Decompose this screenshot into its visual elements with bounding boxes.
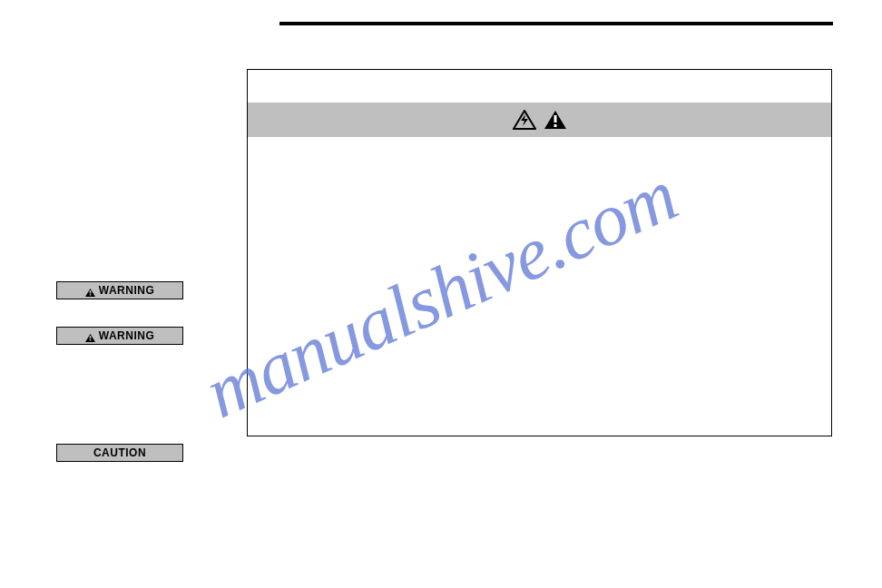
svg-rect-1 xyxy=(554,124,556,127)
warning-text: WARNING xyxy=(99,284,155,297)
svg-rect-2 xyxy=(89,290,91,294)
caution-panel xyxy=(247,69,832,436)
warning-text: WARNING xyxy=(99,329,155,342)
warning-label-1: WARNING xyxy=(56,281,183,299)
shock-triangle-icon xyxy=(513,110,536,130)
svg-rect-5 xyxy=(89,339,91,340)
header-rule xyxy=(279,22,833,25)
svg-rect-0 xyxy=(554,115,556,122)
manual-page: WARNING WARNING CAUTION m xyxy=(0,0,882,588)
alert-triangle-icon xyxy=(85,287,95,295)
hazard-icons xyxy=(513,110,567,130)
caution-label: CAUTION xyxy=(56,444,183,462)
warning-label-2: WARNING xyxy=(56,327,183,345)
alert-triangle-icon xyxy=(85,332,95,340)
svg-rect-3 xyxy=(89,294,91,295)
alert-triangle-icon xyxy=(544,110,567,130)
caution-text: CAUTION xyxy=(93,446,146,459)
caution-title-band xyxy=(248,103,831,137)
svg-rect-4 xyxy=(89,336,91,339)
